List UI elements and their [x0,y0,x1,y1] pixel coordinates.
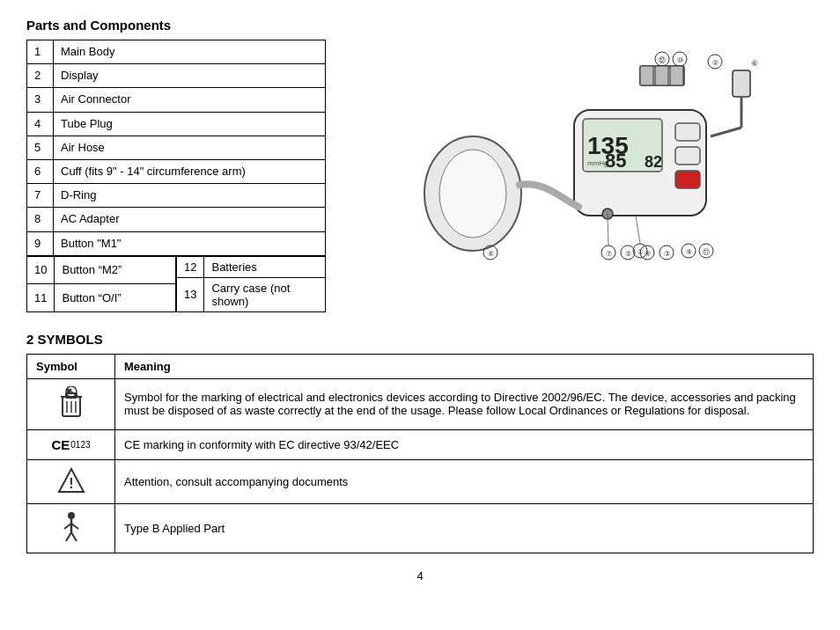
svg-text:!: ! [69,476,73,491]
symbol-row: Symbol for the marking of electrical and… [27,378,814,429]
parts-row: 1Main Body [27,40,326,64]
symbol-row: CE 0123 CE marking in conformity with EC… [27,429,814,459]
part-num: 4 [27,112,54,136]
parts-table: 1Main Body2Display3Air Connector4Tube Pl… [26,40,326,256]
bottom-left-row: 10Button “M2” [27,256,176,284]
part-name: Main Body [54,40,326,64]
svg-rect-6 [675,123,700,141]
part-num: 7 [27,184,54,208]
bottom-table-left: 10Button “M2”11Button “O/I” [26,256,176,312]
svg-rect-37 [670,66,683,85]
parts-row: 3Air Connector [27,88,326,112]
svg-text:⑨: ⑨ [686,248,692,256]
waste-symbol [27,378,115,429]
parts-row: 8AC Adapter [27,208,326,231]
diagram-svg: 135 85 82 mmHg [335,40,814,268]
symbols-title: 2 SYMBOLS [26,332,814,347]
part-num: 2 [27,64,54,88]
svg-text:82: 82 [645,153,662,171]
bottom-tables: 10Button “M2”11Button “O/I” 12Batteries1… [26,256,326,312]
symbol-col-header: Symbol [27,354,115,378]
part-num: 11 [27,284,55,312]
svg-line-42 [636,216,640,244]
part-name: Tube Plug [54,112,326,136]
parts-row: 5Air Hose [27,136,326,159]
part-num: 13 [177,277,204,311]
part-num: 6 [27,159,54,183]
symbol-meaning: Type B Applied Part [115,503,814,553]
svg-point-11 [439,150,506,238]
svg-rect-38 [733,70,750,97]
svg-text:⑩: ⑩ [677,56,683,64]
svg-text:⑪: ⑪ [703,248,710,256]
svg-text:⑦: ⑦ [606,250,612,258]
device-diagram: 135 85 82 mmHg [335,40,814,268]
symbol-meaning: Attention, consult accompanying document… [115,459,814,503]
symbol-row: Type B Applied Part [27,503,814,553]
svg-rect-8 [675,171,700,188]
part-num: 10 [27,256,55,284]
part-name: D-Ring [54,184,326,208]
svg-text:③: ③ [664,250,670,258]
part-name: Display [54,64,326,88]
section-title-parts: Parts and Components [26,18,814,33]
bottom-right-row: 13Carry case (not shown) [177,277,326,311]
svg-rect-36 [655,66,668,85]
svg-point-56 [68,512,75,519]
parts-row: 2Display [27,64,326,88]
svg-text:④: ④ [645,250,651,258]
part-name: Cuff (fits 9" - 14" circumference arm) [54,159,326,183]
parts-row: 7D-Ring [27,184,326,208]
bottom-left-row: 11Button “O/I” [27,284,176,312]
symbol-meaning: Symbol for the marking of electrical and… [115,378,814,429]
meaning-col-header: Meaning [115,354,814,378]
part-name: Button "M1" [54,231,326,255]
part-name: Batteries [204,256,326,277]
part-num: 12 [177,256,204,277]
ce-symbol: CE 0123 [27,429,115,459]
parts-section: 1Main Body2Display3Air Connector4Tube Pl… [26,40,814,312]
svg-line-60 [66,532,71,541]
svg-rect-35 [640,66,653,85]
svg-text:⑥: ⑥ [488,250,494,258]
svg-text:85: 85 [605,150,626,172]
symbol-row: ! Attention, consult accompanying docume… [27,459,814,503]
bottom-table-right: 12Batteries13Carry case (not shown) [176,256,326,312]
svg-rect-7 [675,147,700,165]
svg-text:⑥: ⑥ [751,59,758,68]
symbol-meaning: CE marking in conformity with EC directi… [115,429,814,459]
svg-line-40 [711,128,741,136]
attention-symbol-cell: ! [27,459,115,503]
part-num: 1 [27,40,54,64]
part-name: Button “M2” [55,256,176,284]
bottom-right-row: 12Batteries [177,256,326,277]
parts-table-container: 1Main Body2Display3Air Connector4Tube Pl… [26,40,326,312]
symbols-table: Symbol Meaning Symbol for the marking of [26,354,814,553]
svg-text:②: ② [712,59,718,67]
part-name: Air Connector [54,88,326,112]
parts-row: 9Button "M1" [27,231,326,255]
svg-text:⑤: ⑤ [625,250,631,258]
parts-row: 4Tube Plug [27,112,326,136]
page-number: 4 [26,569,814,582]
part-num: 8 [27,208,54,231]
person-symbol-cell [27,503,115,553]
part-name: Air Hose [54,136,326,159]
part-name: AC Adapter [54,208,326,231]
symbols-section: 2 SYMBOLS Symbol Meaning [26,332,814,553]
diagram-container: 135 85 82 mmHg [335,40,814,312]
part-num: 3 [27,88,54,112]
svg-line-61 [71,532,77,541]
part-num: 5 [27,136,54,159]
parts-row: 6Cuff (fits 9" - 14" circumference arm) [27,159,326,183]
part-num: 9 [27,231,54,255]
svg-text:⑫: ⑫ [659,56,666,64]
part-name: Button “O/I” [55,284,176,312]
svg-text:mmHg: mmHg [587,159,608,167]
part-name: Carry case (not shown) [204,277,326,311]
